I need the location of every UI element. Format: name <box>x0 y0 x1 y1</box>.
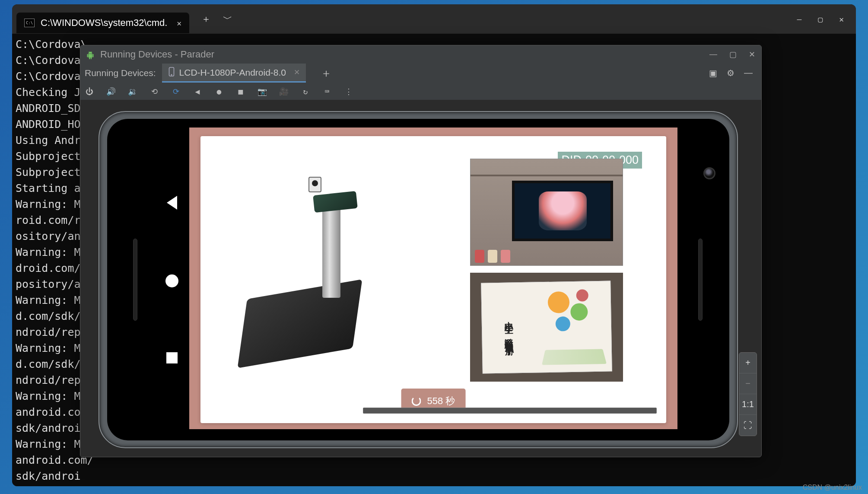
phone-speaker <box>133 239 137 321</box>
power-icon[interactable]: ⏻ <box>85 87 94 96</box>
android-home-button[interactable] <box>165 274 178 287</box>
reload-icon[interactable]: ↻ <box>301 87 310 96</box>
phone-camera <box>703 167 715 179</box>
phone-speaker <box>698 239 703 321</box>
close-icon[interactable]: ✕ <box>839 15 844 24</box>
svg-point-1 <box>171 74 172 75</box>
rotate-left-icon[interactable]: ⟲ <box>149 87 159 96</box>
camera-preview-1 <box>470 159 623 266</box>
zoom-fit-button[interactable]: ⛶ <box>739 415 757 436</box>
zoom-in-button[interactable]: + <box>739 353 757 373</box>
back-icon[interactable]: ◀ <box>193 87 202 96</box>
new-tab-button[interactable]: ＋ <box>201 13 211 25</box>
phone-icon <box>168 67 175 78</box>
tab-dropdown-icon[interactable]: ﹀ <box>223 13 232 25</box>
countdown-text: 558 秒 <box>427 395 455 408</box>
book-title: 中小学生 避险自救知识手册 <box>481 282 537 373</box>
more-icon[interactable]: ⋮ <box>344 87 353 96</box>
devices-label: Running Devices: <box>85 68 156 78</box>
window-mode-icon[interactable]: ▣ <box>709 68 717 78</box>
maximize-icon[interactable]: ▢ <box>818 15 823 24</box>
bottom-status-bar <box>363 408 657 414</box>
watermark: CSDN @unix2linux <box>803 484 862 491</box>
parader-title-text: Running Devices - Parader <box>100 49 214 60</box>
parader-maximize-icon[interactable]: ▢ <box>729 50 737 59</box>
parader-title-bar: Running Devices - Parader — ▢ ✕ <box>80 45 761 64</box>
scanner-image <box>244 177 395 358</box>
settings-icon[interactable]: ⚙ <box>727 68 734 78</box>
parader-minimize-icon[interactable]: — <box>709 50 717 59</box>
terminal-tab-title: C:\WINDOWS\system32\cmd. <box>41 17 167 29</box>
screenshot-icon[interactable]: 📷 <box>258 87 267 96</box>
android-nav-buttons <box>159 112 185 447</box>
phone-screen[interactable]: DID-00-00-000 中小学生 避险自救知 <box>189 127 677 429</box>
window-controls: — ▢ ✕ <box>797 15 852 24</box>
android-overview-button[interactable] <box>166 352 178 363</box>
record-icon[interactable]: 🎥 <box>279 87 289 96</box>
android-back-button[interactable] <box>167 196 177 210</box>
minimize-icon[interactable]: — <box>797 15 801 24</box>
parader-close-icon[interactable]: ✕ <box>749 50 755 59</box>
camera-preview-2: 中小学生 避险自救知识手册 <box>470 273 623 382</box>
spinner-icon <box>412 396 421 406</box>
collapse-icon[interactable]: — <box>744 68 753 78</box>
volume-up-icon[interactable]: 🔊 <box>106 87 116 96</box>
zoom-actual-button[interactable]: 1:1 <box>739 394 757 415</box>
devices-tab-row: Running Devices: LCD-H-1080P-Android-8.0… <box>80 64 761 83</box>
zoom-out-button[interactable]: − <box>739 373 757 394</box>
emulator-stage: DID-00-00-000 中小学生 避险自救知 <box>80 100 761 457</box>
emulator-toolbar: ⏻ 🔊 🔉 ⟲ ⟳ ◀ ● ■ 📷 🎥 ↻ ⌨ ⋮ <box>80 83 761 100</box>
keyboard-icon[interactable]: ⌨ <box>322 87 332 96</box>
zoom-panel: + − 1:1 ⛶ <box>739 352 757 436</box>
terminal-tab-close-icon[interactable]: ✕ <box>177 19 181 28</box>
rotate-right-icon[interactable]: ⟳ <box>171 87 181 96</box>
android-icon <box>86 51 94 58</box>
terminal-tab[interactable]: C:\ C:\WINDOWS\system32\cmd. ✕ <box>16 13 189 33</box>
device-tab-label: LCD-H-1080P-Android-8.0 <box>179 67 286 78</box>
phone-frame: DID-00-00-000 中小学生 避险自救知 <box>99 111 738 448</box>
home-icon[interactable]: ● <box>214 87 224 96</box>
add-device-button[interactable]: ＋ <box>321 66 332 81</box>
app-card: DID-00-00-000 中小学生 避险自救知 <box>200 136 666 423</box>
overview-icon[interactable]: ■ <box>236 87 245 96</box>
terminal-title-bar: C:\ C:\WINDOWS\system32\cmd. ✕ ＋ ﹀ — ▢ ✕ <box>12 4 856 34</box>
parader-window: Running Devices - Parader — ▢ ✕ Running … <box>80 45 762 457</box>
volume-down-icon[interactable]: 🔉 <box>128 87 137 96</box>
device-tab-close-icon[interactable]: ✕ <box>294 68 300 77</box>
cmd-icon: C:\ <box>24 19 35 27</box>
device-tab[interactable]: LCD-H-1080P-Android-8.0 ✕ <box>162 64 306 83</box>
